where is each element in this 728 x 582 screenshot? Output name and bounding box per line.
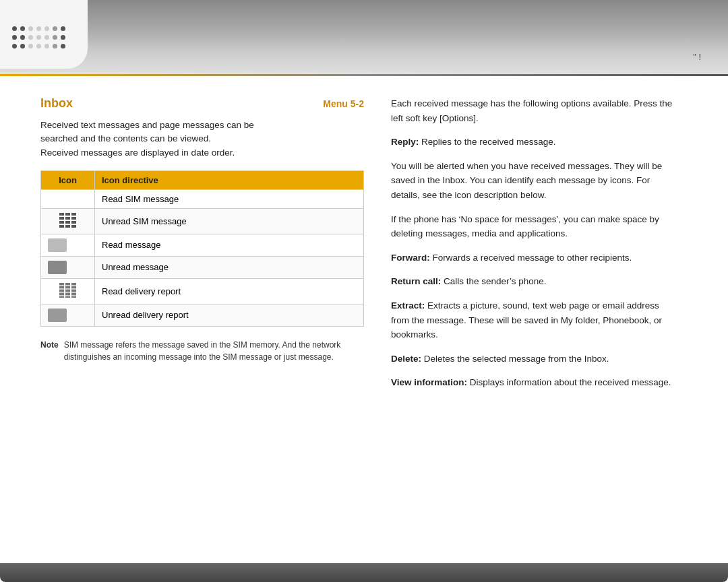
dot xyxy=(12,44,17,48)
sim-bar xyxy=(71,213,76,228)
dot-row-3 xyxy=(12,44,80,48)
view-info-text: View information: Displays information a… xyxy=(391,375,674,390)
delete-bold: Delete: xyxy=(391,354,421,364)
icon-cell-unread-sim xyxy=(41,208,95,234)
dot xyxy=(28,44,33,48)
delete-detail: Deletes the selected message from the In… xyxy=(421,354,609,364)
table-row: Read SIM message xyxy=(41,189,364,208)
dot xyxy=(61,35,65,40)
forward-text: Forward: Forwards a received message to … xyxy=(391,251,674,265)
label-read-delivery: Read delivery report xyxy=(95,278,364,304)
read-message-icon xyxy=(48,238,67,252)
extract-bold: Extract: xyxy=(391,300,425,311)
unread-delivery-icon xyxy=(48,309,67,322)
label-unread-delivery: Unread delivery report xyxy=(95,304,364,326)
icon-cell-unread-delivery xyxy=(41,304,95,326)
sim-bar xyxy=(59,213,64,228)
icon-cell-read-msg xyxy=(41,234,95,256)
delete-text: Delete: Deletes the selected message fro… xyxy=(391,352,674,366)
icon-cell-unread-msg xyxy=(41,256,95,278)
unread-sim-icon xyxy=(59,213,76,228)
reply-detail: Replies to the received message. xyxy=(419,137,555,147)
alert-text: You will be alerted when you have receiv… xyxy=(391,159,674,203)
return-call-text: Return call: Calls the sender’s phone. xyxy=(391,274,674,289)
desc-line-3: Received messages are displayed in date … xyxy=(40,148,235,158)
table-header-directive: Icon directive xyxy=(95,170,364,189)
no-space-text: If the phone has ‘No space for messages’… xyxy=(391,212,674,241)
dot xyxy=(20,26,25,31)
return-bold: Return call: xyxy=(391,276,441,286)
unread-message-icon xyxy=(48,261,67,274)
menu-ref: Menu 5-2 xyxy=(323,98,364,109)
intro-text: Each received message has the following … xyxy=(391,96,674,125)
dot xyxy=(20,35,25,40)
delivery-bar xyxy=(71,283,76,298)
dot xyxy=(61,44,65,48)
forward-bold: Forward: xyxy=(391,253,430,263)
dot xyxy=(28,26,33,31)
desc-line-1: Received text messages and page messages… xyxy=(40,120,254,130)
forward-detail: Forwards a received message to other rec… xyxy=(430,253,632,263)
dot xyxy=(36,44,41,48)
note-text: SIM message refers the message saved in … xyxy=(64,339,364,363)
read-delivery-icon xyxy=(59,283,76,298)
dot xyxy=(53,26,57,31)
table-row: Read message xyxy=(41,234,364,256)
dot xyxy=(36,35,41,40)
icon-cell-read-sim xyxy=(41,189,95,208)
icon-cell-read-delivery xyxy=(41,278,95,304)
note-label: Note xyxy=(40,339,59,363)
dot xyxy=(20,44,25,48)
page-title: Inbox xyxy=(40,96,73,110)
sim-bar xyxy=(65,213,70,228)
footer xyxy=(0,563,728,582)
left-column: Inbox Menu 5-2 Received text messages an… xyxy=(40,96,364,543)
dot xyxy=(53,35,57,40)
description: Received text messages and page messages… xyxy=(40,119,364,160)
table-row: Unread delivery report xyxy=(41,304,364,326)
extract-detail: Extracts a picture, sound, text web page… xyxy=(391,300,662,340)
right-column: Each received message has the following … xyxy=(391,96,674,543)
dot xyxy=(44,26,49,31)
label-unread-sim: Unread SIM message xyxy=(95,208,364,234)
dot xyxy=(44,35,49,40)
dot xyxy=(12,26,17,31)
dot-row-1 xyxy=(12,26,80,31)
dot xyxy=(28,35,33,40)
desc-line-2: searched and the contents can be viewed. xyxy=(40,133,211,143)
dot xyxy=(12,35,17,40)
content-area: Inbox Menu 5-2 Received text messages an… xyxy=(0,76,728,563)
table-header-icon: Icon xyxy=(41,170,95,189)
table-row: Unread SIM message xyxy=(41,208,364,234)
return-detail: Calls the sender’s phone. xyxy=(441,276,546,286)
note-section: Note SIM message refers the message save… xyxy=(40,339,364,363)
dot-row-2 xyxy=(12,35,80,40)
header: " ! xyxy=(0,0,728,74)
delivery-bar xyxy=(59,283,64,298)
icon-table: Icon Icon directive Read SIM message xyxy=(40,170,364,327)
dot xyxy=(53,44,57,48)
dot xyxy=(36,26,41,31)
header-logo-area xyxy=(0,0,88,69)
reply-bold: Reply: xyxy=(391,137,419,147)
reply-text: Reply: Replies to the received message. xyxy=(391,135,674,150)
delivery-bar xyxy=(65,283,70,298)
table-row: Unread message xyxy=(41,256,364,278)
dot xyxy=(44,44,49,48)
label-read-sim: Read SIM message xyxy=(95,189,364,208)
view-detail: Displays information about the received … xyxy=(467,377,671,387)
label-unread-msg: Unread message xyxy=(95,256,364,278)
table-row: Read delivery report xyxy=(41,278,364,304)
view-bold: View information: xyxy=(391,377,467,387)
extract-text: Extract: Extracts a picture, sound, text… xyxy=(391,298,674,342)
dot xyxy=(61,26,65,31)
header-right-text: " ! xyxy=(693,52,701,62)
label-read-msg: Read message xyxy=(95,234,364,256)
title-row: Inbox Menu 5-2 xyxy=(40,96,364,110)
